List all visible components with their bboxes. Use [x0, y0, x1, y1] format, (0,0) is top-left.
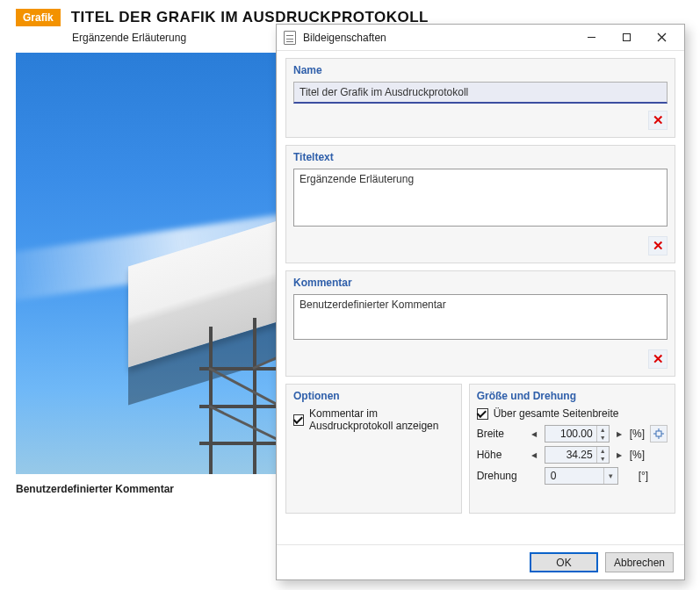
width-unit: [%] [630, 428, 645, 440]
cancel-button[interactable]: Abbrechen [605, 552, 674, 572]
rotation-label: Drehung [477, 470, 524, 482]
width-label: Breite [477, 428, 524, 440]
x-icon: ✕ [653, 112, 664, 128]
x-icon: ✕ [653, 351, 664, 367]
height-unit: [%] [630, 449, 645, 461]
dialog-title: Bildeigenschaften [303, 32, 574, 44]
group-size-label: Größe und Drehung [477, 390, 668, 402]
clear-comment-button[interactable]: ✕ [648, 349, 668, 369]
width-increment[interactable]: ▶ [615, 430, 624, 438]
document-icon [284, 31, 296, 45]
group-comment-label: Kommentar [293, 277, 668, 289]
close-button[interactable] [644, 25, 679, 50]
ok-button[interactable]: OK [530, 552, 598, 572]
chevron-down-icon: ▾ [603, 468, 617, 484]
image-properties-dialog: Bildeigenschaften Name Titel der Grafik … [276, 24, 685, 580]
group-titletext-label: Titeltext [293, 151, 668, 163]
width-decrement[interactable]: ◀ [530, 430, 539, 438]
svg-rect-4 [656, 431, 661, 436]
full-width-label: Über gesamte Seitenbreite [494, 407, 619, 420]
width-step-down[interactable]: ▼ [597, 434, 609, 442]
group-name: Name Titel der Grafik im Ausdruckprotoko… [285, 58, 675, 138]
name-input[interactable]: Titel der Grafik im Ausdruckprotokoll [293, 82, 668, 104]
x-icon: ✕ [653, 238, 664, 254]
rotation-unit: [°] [639, 470, 648, 482]
width-step-up[interactable]: ▲ [597, 426, 609, 434]
group-name-label: Name [293, 64, 668, 76]
group-options-label: Optionen [293, 390, 454, 402]
group-options: Optionen Kommentar im Ausdruckprotokoll … [285, 384, 462, 514]
height-increment[interactable]: ▶ [615, 451, 624, 459]
height-spinner[interactable]: 34.25 ▲▼ [545, 446, 610, 464]
height-step-up[interactable]: ▲ [597, 447, 609, 455]
minimize-button[interactable] [574, 25, 609, 50]
width-spinner[interactable]: 100.00 ▲▼ [545, 425, 610, 442]
height-label: Höhe [477, 449, 524, 461]
fit-width-button[interactable] [650, 425, 668, 442]
clear-name-button[interactable]: ✕ [648, 111, 668, 130]
rotation-value: 0 [545, 470, 603, 482]
clear-titletext-button[interactable]: ✕ [648, 236, 668, 255]
dialog-titlebar[interactable]: Bildeigenschaften [277, 25, 684, 51]
group-comment: Kommentar ✕ [285, 270, 675, 377]
svg-rect-1 [623, 34, 630, 41]
comment-input[interactable] [293, 294, 668, 340]
group-titletext: Titeltext ✕ [285, 145, 675, 263]
full-width-checkbox[interactable] [477, 408, 488, 420]
show-comment-label: Kommentar im Ausdruckprotokoll anzeigen [309, 407, 454, 432]
rotation-combo[interactable]: 0 ▾ [545, 467, 618, 485]
height-decrement[interactable]: ◀ [530, 451, 539, 459]
group-size-rotation: Größe und Drehung Über gesamte Seitenbre… [469, 384, 675, 514]
category-tag: Grafik [16, 9, 61, 26]
width-value: 100.00 [545, 426, 596, 442]
dialog-button-row: OK Abbrechen [277, 544, 684, 579]
titletext-input[interactable] [293, 169, 668, 227]
show-comment-checkbox[interactable] [293, 414, 304, 426]
height-step-down[interactable]: ▼ [597, 455, 609, 463]
height-value: 34.25 [545, 447, 596, 463]
maximize-button[interactable] [609, 25, 644, 50]
